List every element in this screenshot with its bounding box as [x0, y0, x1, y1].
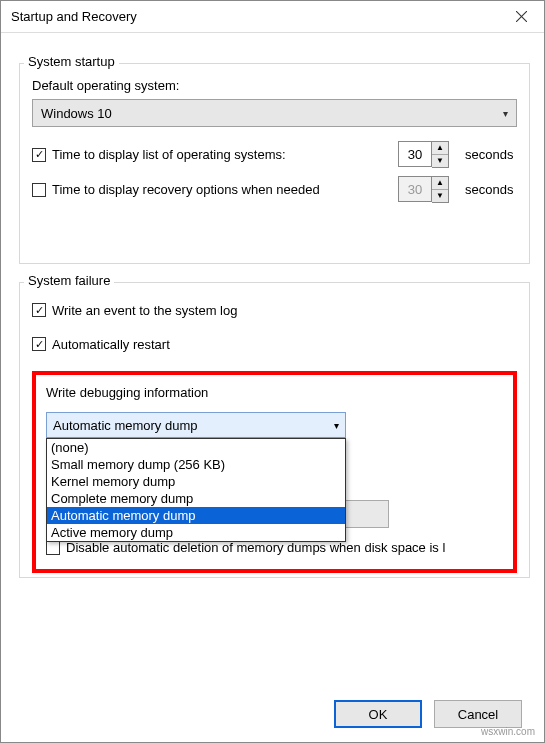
display-recovery-spinner: ▲▼: [398, 176, 449, 203]
display-recovery-unit: seconds: [465, 182, 517, 197]
dialog-content: System startup Default operating system:…: [1, 33, 544, 686]
display-list-value[interactable]: [398, 141, 432, 167]
chevron-down-icon: ▼: [432, 190, 448, 203]
titlebar: Startup and Recovery: [1, 1, 544, 33]
watermark: wsxwin.com: [481, 726, 535, 737]
chevron-up-icon[interactable]: ▲: [432, 142, 448, 155]
disable-deletion-label: Disable automatic deletion of memory dum…: [66, 540, 445, 555]
spinner-buttons: ▲▼: [432, 176, 449, 203]
disable-deletion-row: Disable automatic deletion of memory dum…: [46, 540, 503, 555]
debug-dropdown-wrap: Automatic memory dump ▾ (none) Small mem…: [46, 412, 503, 438]
auto-restart-row: Automatically restart: [32, 331, 517, 357]
display-recovery-value: [398, 176, 432, 202]
auto-restart-label: Automatically restart: [52, 337, 170, 352]
chevron-down-icon[interactable]: ▼: [432, 155, 448, 168]
write-event-label: Write an event to the system log: [52, 303, 237, 318]
debug-highlight: Write debugging information Automatic me…: [32, 371, 517, 573]
display-list-label: Time to display list of operating system…: [52, 147, 286, 162]
display-list-row: Time to display list of operating system…: [32, 141, 517, 168]
write-event-checkbox[interactable]: [32, 303, 46, 317]
display-list-spinner[interactable]: ▲▼: [398, 141, 449, 168]
window-title: Startup and Recovery: [11, 9, 137, 24]
system-failure-label: System failure: [24, 273, 114, 288]
cancel-button[interactable]: Cancel: [434, 700, 522, 728]
debug-dropdown-value: Automatic memory dump: [53, 418, 198, 433]
dialog-buttons: OK Cancel: [1, 686, 544, 742]
chevron-up-icon: ▲: [432, 177, 448, 190]
default-os-value: Windows 10: [41, 106, 112, 121]
display-recovery-label: Time to display recovery options when ne…: [52, 182, 320, 197]
chevron-down-icon: ▾: [334, 420, 339, 431]
default-os-label: Default operating system:: [32, 78, 517, 93]
auto-restart-checkbox[interactable]: [32, 337, 46, 351]
display-recovery-row: Time to display recovery options when ne…: [32, 176, 517, 203]
close-button[interactable]: [498, 1, 544, 33]
debug-option-kernel[interactable]: Kernel memory dump: [47, 473, 345, 490]
debug-dropdown[interactable]: Automatic memory dump ▾: [46, 412, 346, 438]
display-list-unit: seconds: [465, 147, 517, 162]
system-failure-group: System failure Write an event to the sys…: [19, 282, 530, 578]
close-icon: [516, 11, 527, 22]
display-recovery-checkbox[interactable]: [32, 183, 46, 197]
debug-option-active[interactable]: Active memory dump: [47, 524, 345, 541]
spinner-buttons[interactable]: ▲▼: [432, 141, 449, 168]
debug-option-none[interactable]: (none): [47, 439, 345, 456]
debug-dropdown-list[interactable]: (none) Small memory dump (256 KB) Kernel…: [46, 438, 346, 542]
debug-option-automatic[interactable]: Automatic memory dump: [47, 507, 345, 524]
debug-group-label: Write debugging information: [46, 385, 208, 400]
chevron-down-icon: ▾: [503, 108, 508, 119]
debug-option-small[interactable]: Small memory dump (256 KB): [47, 456, 345, 473]
debug-option-complete[interactable]: Complete memory dump: [47, 490, 345, 507]
write-event-row: Write an event to the system log: [32, 297, 517, 323]
ok-button[interactable]: OK: [334, 700, 422, 728]
dialog-window: Startup and Recovery System startup Defa…: [0, 0, 545, 743]
system-startup-group: System startup Default operating system:…: [19, 63, 530, 264]
disable-deletion-checkbox[interactable]: [46, 541, 60, 555]
obscured-button[interactable]: [344, 500, 389, 528]
system-startup-label: System startup: [24, 54, 119, 69]
display-list-checkbox[interactable]: [32, 148, 46, 162]
default-os-select[interactable]: Windows 10 ▾: [32, 99, 517, 127]
